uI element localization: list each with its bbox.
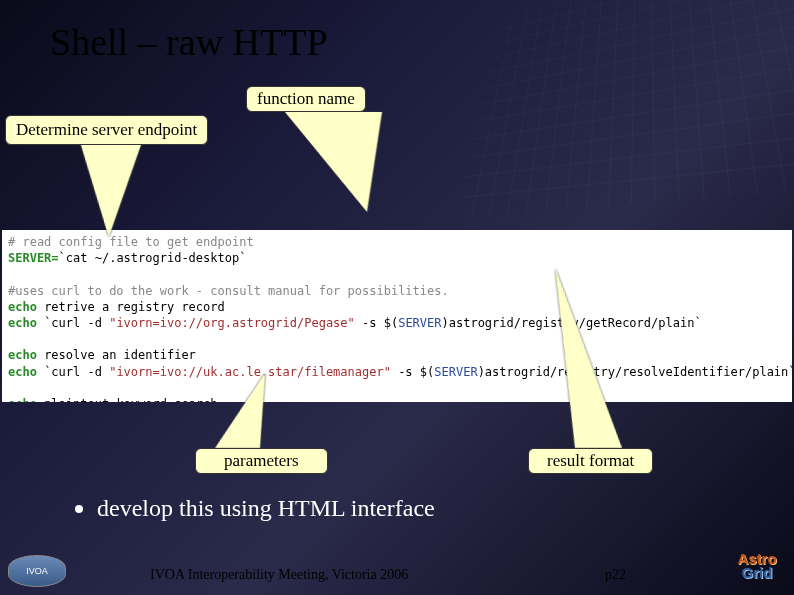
code-text: `cat ~/.astrogrid-desktop` — [59, 251, 247, 265]
code-text: plaintext keyword search — [37, 397, 218, 402]
logo-line2: Grid — [742, 566, 773, 580]
code-comment: # read config file to get endpoint — [8, 235, 254, 249]
bullet-icon — [75, 505, 83, 513]
bullet-item: develop this using HTML interface — [75, 495, 435, 522]
callout-endpoint: Determine server endpoint — [5, 115, 208, 145]
callout-function-name: function name — [246, 86, 366, 112]
code-text: -s $( — [355, 316, 398, 330]
slide-title: Shell – raw HTTP — [50, 20, 328, 64]
code-echo: echo — [8, 300, 37, 314]
pointer-endpoint — [80, 142, 159, 237]
code-text: resolve an identifier — [37, 348, 196, 362]
code-var: SERVER — [434, 365, 477, 379]
code-echo: echo — [8, 365, 37, 379]
code-echo: echo — [8, 397, 37, 402]
code-string: "ivorn=ivo://org.astrogrid/Pegase" — [109, 316, 355, 330]
pointer-function-name — [285, 112, 452, 212]
code-var: SERVER — [398, 316, 441, 330]
code-text: `curl -d — [37, 365, 109, 379]
ivoa-logo: IVOA — [8, 555, 66, 587]
code-echo: echo — [8, 316, 37, 330]
code-text: `curl -d — [37, 316, 109, 330]
code-text: )astrogrid/registry/resolveIdentifier/pl… — [478, 365, 792, 379]
code-text: -s $( — [391, 365, 434, 379]
callout-result-format: result format — [528, 448, 653, 474]
footer-meeting: IVOA Interoperability Meeting, Victoria … — [150, 567, 408, 583]
code-echo: echo — [8, 348, 37, 362]
bullet-text: develop this using HTML interface — [97, 495, 435, 521]
callout-parameters: parameters — [195, 448, 328, 474]
astrogrid-logo: Astro Grid — [728, 545, 786, 587]
footer-page: p22 — [605, 567, 626, 583]
code-comment: #uses curl to do the work - consult manu… — [8, 284, 449, 298]
code-assign: SERVER= — [8, 251, 59, 265]
code-block: # read config file to get endpoint SERVE… — [2, 230, 792, 402]
code-text: retrive a registry record — [37, 300, 225, 314]
